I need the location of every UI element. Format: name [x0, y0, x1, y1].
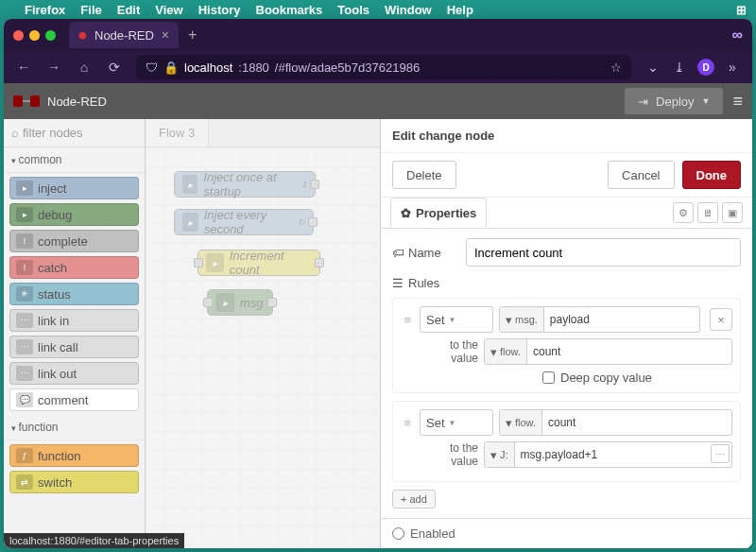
deep-copy-label: Deep copy value: [560, 371, 652, 385]
search-icon: ⌕: [11, 126, 19, 140]
flow-node[interactable]: ▸Increment count: [198, 250, 320, 276]
main-menu-icon[interactable]: ≡: [732, 92, 743, 112]
done-button[interactable]: Done: [682, 161, 742, 189]
menu-edit[interactable]: Edit: [117, 3, 141, 17]
shield-icon: 🛡: [146, 60, 158, 75]
forward-icon[interactable]: →: [45, 60, 62, 75]
palette-node-label: comment: [38, 393, 88, 407]
rule-value-label: to the value: [420, 338, 478, 365]
flow-node[interactable]: ▸msg: [207, 289, 273, 316]
node-docs-icon[interactable]: 🗎: [697, 202, 718, 223]
firefox-window: ⬣ Node-RED × + ∞ ← → ⌂ ⟳ 🛡 🔒 localhost:1…: [4, 19, 752, 548]
drag-handle-icon[interactable]: ≡: [401, 313, 414, 327]
browser-tab[interactable]: ⬣ Node-RED ×: [69, 22, 179, 48]
cancel-button[interactable]: Cancel: [608, 161, 674, 189]
deploy-button[interactable]: ⇥ Deploy ▼: [625, 88, 723, 114]
name-input[interactable]: [466, 238, 741, 267]
pocket-icon[interactable]: ⌄: [644, 60, 662, 75]
bookmark-star-icon[interactable]: ☆: [610, 60, 622, 75]
enabled-toggle[interactable]: [392, 527, 404, 540]
account-badge[interactable]: D: [697, 59, 714, 76]
window-close-icon[interactable]: [13, 30, 24, 41]
deploy-caret-icon: ▼: [702, 96, 711, 106]
palette-node-switch[interactable]: ⇄switch: [9, 471, 139, 493]
url-path: /#flow/adae5b7d37621986: [275, 60, 420, 75]
drag-handle-icon[interactable]: ≡: [401, 416, 414, 430]
node-settings-icon[interactable]: ⚙: [673, 202, 694, 223]
flow-node-icon: ▸: [215, 293, 234, 312]
menu-view[interactable]: View: [155, 3, 182, 17]
tab-close-icon[interactable]: ×: [162, 27, 169, 43]
flow-node-label: Inject every second: [204, 208, 292, 236]
back-icon[interactable]: ←: [15, 60, 32, 75]
reload-icon[interactable]: ⟳: [106, 60, 123, 75]
menubar-extra-icon[interactable]: ⊞: [736, 3, 747, 17]
browser-tabbar: ⬣ Node-RED × + ∞: [4, 19, 752, 51]
window-min-icon[interactable]: [29, 30, 40, 41]
rule: ≡Set▼▾flow.countto the value▾J:msg.paylo…: [392, 401, 741, 482]
palette-node-label: inject: [38, 181, 66, 196]
nodered-title: Node-RED: [47, 95, 107, 109]
download-icon[interactable]: ⤓: [671, 60, 688, 75]
macos-menubar: Firefox File Edit View History Bookmarks…: [0, 0, 756, 19]
svg-rect-0: [13, 95, 23, 107]
rule-value-input[interactable]: ▾flow.count: [484, 338, 732, 365]
rule-target-input[interactable]: ▾msg.payload: [499, 306, 700, 333]
window-max-icon[interactable]: [45, 30, 56, 41]
status-bar: localhost:1880/#editor-tab-properties: [4, 533, 184, 548]
menu-window[interactable]: Window: [385, 3, 432, 17]
palette-node-comment[interactable]: 💬comment: [9, 388, 139, 411]
name-label: 🏷Name: [392, 246, 458, 260]
palette-filter[interactable]: ⌕ filter nodes: [4, 119, 145, 147]
enabled-label: Enabled: [410, 526, 455, 541]
flow-node[interactable]: ▸Inject every second↻: [174, 209, 314, 235]
palette-node-label: switch: [38, 475, 72, 490]
menubar-app[interactable]: Firefox: [25, 3, 65, 17]
palette-node-label: link in: [38, 314, 69, 328]
svg-rect-1: [30, 95, 40, 107]
address-bar[interactable]: 🛡 🔒 localhost:1880/#flow/adae5b7d3762198…: [136, 55, 631, 79]
palette-node-icon: 💬: [16, 392, 33, 407]
flow-tab-label: Flow 3: [159, 126, 195, 140]
expand-expression-icon[interactable]: ⋯: [711, 444, 730, 463]
palette-category[interactable]: function: [4, 415, 145, 440]
palette-node-catch[interactable]: !catch: [9, 256, 139, 279]
rule-target-input[interactable]: ▾flow.count: [499, 409, 732, 436]
flow-tab[interactable]: Flow 3: [146, 119, 209, 147]
palette-node-icon: ⋯: [16, 366, 33, 381]
add-rule-button[interactable]: + add: [392, 490, 436, 509]
delete-button[interactable]: Delete: [392, 161, 456, 189]
url-port: :1880: [238, 60, 269, 75]
palette-node-debug[interactable]: ▸debug: [9, 203, 139, 226]
rule-op-select[interactable]: Set▼: [420, 409, 493, 436]
properties-tab[interactable]: ✿ Properties: [390, 198, 487, 228]
rule-op-select[interactable]: Set▼: [420, 306, 493, 333]
menu-help[interactable]: Help: [447, 3, 473, 17]
tab-favicon-icon: ⬣: [78, 30, 87, 41]
node-appearance-icon[interactable]: ▣: [722, 202, 743, 223]
palette-node-complete[interactable]: !complete: [9, 230, 139, 252]
palette-node-inject[interactable]: ▸inject: [9, 177, 139, 199]
palette-node-link-out[interactable]: ⋯link out: [9, 362, 139, 385]
menu-file[interactable]: File: [80, 3, 101, 17]
flow-node[interactable]: ▸Inject once at startup1: [174, 171, 316, 198]
new-tab-button[interactable]: +: [188, 26, 197, 43]
palette-node-link-in[interactable]: ⋯link in: [9, 309, 139, 332]
overflow-icon[interactable]: »: [724, 60, 741, 75]
palette-node-icon: ƒ: [16, 448, 33, 463]
menu-tools[interactable]: Tools: [337, 3, 369, 17]
palette-node-label: status: [38, 287, 71, 302]
palette-category[interactable]: common: [4, 147, 145, 173]
palette-node-function[interactable]: ƒfunction: [9, 444, 139, 467]
home-icon[interactable]: ⌂: [76, 60, 93, 75]
properties-tab-label: Properties: [416, 206, 476, 220]
flow-node-badge: ↻: [298, 217, 305, 227]
menu-bookmarks[interactable]: Bookmarks: [256, 3, 323, 17]
rule-value-input[interactable]: ▾J:msg.payload+1⋯: [484, 441, 732, 468]
remove-rule-button[interactable]: ×: [710, 308, 732, 331]
browser-infinity-icon[interactable]: ∞: [732, 26, 743, 43]
palette-node-link-call[interactable]: ⋯link call: [9, 336, 139, 358]
deep-copy-checkbox[interactable]: [542, 371, 555, 384]
palette-node-status[interactable]: ✳status: [9, 283, 139, 305]
menu-history[interactable]: History: [198, 3, 241, 17]
